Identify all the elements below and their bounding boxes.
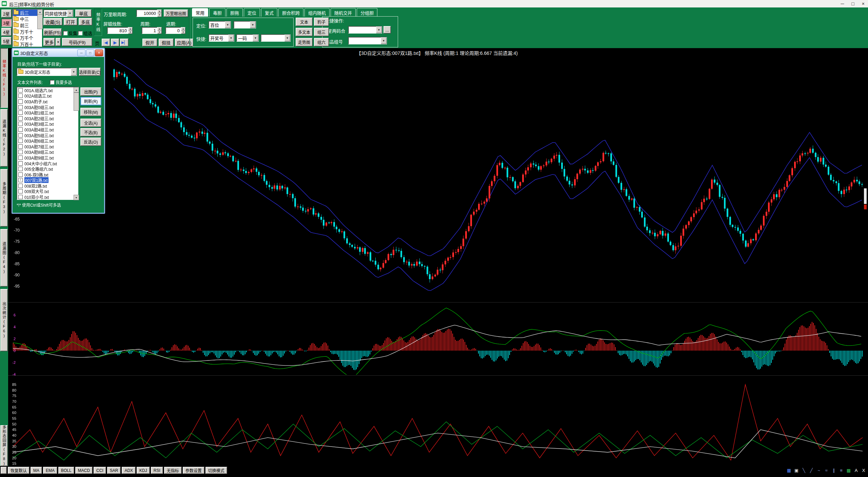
dialog-button-移除(M)[interactable]: 移除(M) xyxy=(80,108,101,116)
file-item[interactable]: 003A胆5组三.txt xyxy=(17,132,78,138)
multi-select-checkbox[interactable] xyxy=(50,80,54,84)
ribbon-tab-常用[interactable]: 常用 xyxy=(192,8,208,17)
side-button-出次统计(F6)[interactable]: 出次统计(F6) xyxy=(0,289,8,351)
file-item[interactable]: 003A胆2组三.txt xyxy=(17,116,78,121)
chevron-down-icon[interactable]: ▼ xyxy=(381,37,387,44)
file-checkbox[interactable] xyxy=(18,161,23,166)
delay-spinner[interactable]: ▲▼ xyxy=(181,27,185,34)
wanliyan-period-input[interactable]: 10000 xyxy=(136,9,157,17)
file-item[interactable]: 003A胆9组三.txt xyxy=(17,155,78,161)
position-combo-2[interactable]: ▼ xyxy=(234,21,256,28)
category-item[interactable]: 万千个 xyxy=(13,35,41,41)
ribbon-tab-毒胆[interactable]: 毒胆 xyxy=(209,8,225,17)
chart-canvas[interactable] xyxy=(8,48,868,466)
favorite-button[interactable]: 收藏(S) xyxy=(43,18,62,25)
more-button[interactable]: 更多 xyxy=(43,38,55,46)
file-item[interactable]: 003A豹子.txt xyxy=(17,99,78,104)
file-item[interactable]: ↕007双1路.txt xyxy=(17,178,78,183)
wanliyan-period-spinner[interactable]: ▲▼ xyxy=(157,9,162,17)
choose-dir-button[interactable]: 选择目录(C) xyxy=(79,68,101,76)
page-prev-button[interactable]: ◀ xyxy=(102,39,110,46)
file-item[interactable]: 004大中小组六.txt xyxy=(17,161,78,166)
cycle-spinner[interactable]: ▲▼ xyxy=(157,27,162,34)
up-line-icon[interactable]: ╱ xyxy=(808,468,814,474)
file-scroll-up-icon[interactable]: ▲ xyxy=(74,87,79,92)
file-checkbox[interactable] xyxy=(18,127,23,132)
zuxuan-checkbox[interactable] xyxy=(78,31,82,35)
file-item[interactable]: 003A胆8组三.txt xyxy=(17,149,78,155)
file-item[interactable]: 003A胆6组三.txt xyxy=(17,138,78,144)
refresh-button[interactable]: 刷新(F5) xyxy=(43,28,62,36)
file-checkbox[interactable] xyxy=(18,155,23,160)
bottom-button-SAR[interactable]: SAR xyxy=(107,467,121,474)
close-x-icon[interactable]: X xyxy=(861,468,867,474)
premium-combo[interactable]: ▼ xyxy=(348,37,387,44)
fake-hang-button[interactable]: 假挂 xyxy=(159,39,174,46)
chevron-down-icon[interactable]: ▼ xyxy=(225,21,231,28)
screen-group-combo[interactable]: 同屏组快捷设 ▼ xyxy=(43,9,73,17)
file-checkbox[interactable] xyxy=(18,99,23,104)
file-checkbox[interactable] xyxy=(18,184,23,188)
file-item[interactable]: 010双小号.txt xyxy=(17,194,78,200)
star-tab-4星[interactable]: 4星 xyxy=(1,28,12,36)
chart-grid-icon[interactable]: ▦ xyxy=(786,468,792,474)
dialog-button-出图(P)[interactable]: 出图(P) xyxy=(80,87,101,96)
dialog-titlebar[interactable]: 3D自定义形态 ─ □ × xyxy=(13,49,104,57)
dir-combo[interactable]: 3D自定义形态 ▼ xyxy=(17,68,77,76)
bottom-button-参数设置[interactable]: 参数设置 xyxy=(183,467,204,474)
file-checkbox[interactable] xyxy=(18,116,23,121)
dialog-button-全选(A)[interactable]: 全选(A) xyxy=(80,119,101,127)
ribbon-tab-随机交并[interactable]: 随机交并 xyxy=(331,8,356,17)
file-checkbox[interactable] xyxy=(18,94,23,98)
open-button[interactable]: 打开 xyxy=(64,18,77,25)
more-dropdown-icon[interactable]: ▼ xyxy=(56,38,61,46)
file-item[interactable]: 003A胆1组三.txt xyxy=(17,110,78,116)
bottom-button-CCI[interactable]: CCI xyxy=(94,467,106,474)
quick-combo-3[interactable]: ▼ xyxy=(261,34,291,42)
screen-candles-spinner[interactable]: ▲▼ xyxy=(128,27,133,34)
position-combo[interactable]: 百位 ▼ xyxy=(209,21,231,28)
file-item[interactable]: 003A胆3组三.txt xyxy=(17,121,78,127)
ribbon-tab-胆合积跨[interactable]: 胆合积跨 xyxy=(278,8,303,17)
blank-button[interactable] xyxy=(1,467,7,474)
ribbon-button-文本[interactable]: 文本 xyxy=(296,18,313,26)
right-scrollbar-thumb[interactable] xyxy=(864,188,867,204)
file-checkbox[interactable] xyxy=(18,133,23,138)
dialog-minimize-button[interactable]: ─ xyxy=(77,49,85,56)
ribbon-button-多文本[interactable]: 多文本 xyxy=(296,28,313,36)
ribbon-tab-分组胆[interactable]: 分组胆 xyxy=(357,8,377,17)
side-button-频率K线(F1)[interactable]: 频率K线(F1) xyxy=(0,48,8,108)
file-listbox[interactable]: 001A.组选六.txt002A组选三.txt003A豹子.txt003A胆0组… xyxy=(17,87,78,200)
file-item[interactable]: 003A胆7组三.txt xyxy=(17,144,78,149)
chevron-down-icon[interactable]: ▼ xyxy=(253,35,258,41)
ribbon-button-走势图[interactable]: 走势图 xyxy=(296,38,313,46)
text-a-icon[interactable]: A xyxy=(853,468,859,474)
chevron-down-icon[interactable]: ▼ xyxy=(376,26,382,33)
multi-bottom-button[interactable]: 多底 xyxy=(79,18,92,25)
number-button[interactable]: 号码(F9) xyxy=(62,38,92,46)
window-icon[interactable]: ▣ xyxy=(793,468,800,474)
file-checkbox[interactable] xyxy=(18,172,23,177)
file-checkbox[interactable] xyxy=(18,150,23,154)
bottom-button-无指标[interactable]: 无指标 xyxy=(164,467,182,474)
ribbon-tab-定位[interactable]: 定位 xyxy=(244,8,260,17)
page-next-button[interactable]: ▶ xyxy=(111,39,119,46)
close-button[interactable]: × xyxy=(862,1,865,6)
single-bottom-button[interactable]: 单底 xyxy=(75,9,92,17)
cycle-input[interactable]: 1 xyxy=(142,27,157,34)
file-item[interactable]: 002A组选三.txt xyxy=(17,93,78,99)
chevron-down-icon[interactable]: ▼ xyxy=(228,35,234,41)
dialog-button-反选(O)[interactable]: 反选(O) xyxy=(80,138,101,146)
fanji-checkbox[interactable] xyxy=(63,31,67,35)
file-item[interactable]: 009双大号.txt xyxy=(17,189,78,194)
chevron-down-icon[interactable]: ▼ xyxy=(284,35,290,41)
file-item[interactable]: 005全路组六.txt xyxy=(17,166,78,172)
file-checkbox[interactable] xyxy=(18,105,23,109)
green-grid-icon[interactable]: ▩ xyxy=(846,468,852,474)
dialog-button-刷新(R)[interactable]: 刷新(R) xyxy=(80,97,101,105)
delay-input[interactable]: 0 xyxy=(165,27,181,34)
quick-combo-1[interactable]: 开奖号 ▼ xyxy=(209,34,234,42)
chevron-down-icon[interactable]: ▼ xyxy=(71,68,77,76)
file-checkbox[interactable]: ↕ xyxy=(18,178,23,182)
side-button-多形态回屏(F8)[interactable]: 多形态回屏(F8) xyxy=(0,425,8,466)
